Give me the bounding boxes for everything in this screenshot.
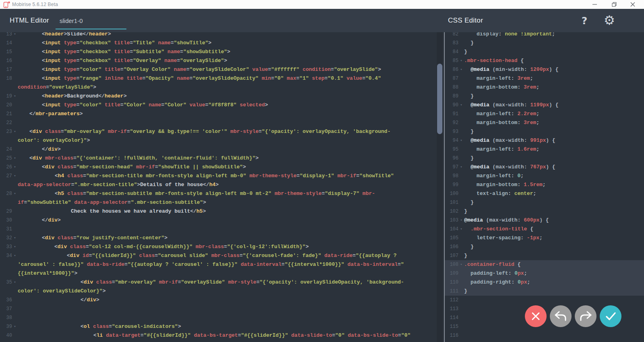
code-line[interactable]: 99margin-bottom: 1.5rem; [445,180,644,189]
code-line[interactable]: 27▾<h4 class="mbr-section-title mbr-font… [0,172,444,180]
undo-button[interactable] [550,305,572,327]
fold-toggle-icon[interactable]: ▾ [12,92,18,101]
fold-toggle-icon[interactable]: ▾ [12,234,18,243]
fold-toggle-icon[interactable]: ▾ [458,260,464,269]
code-line[interactable]: 39▾<ol class="carousel-indicators"> [0,322,444,331]
fold-toggle-icon[interactable]: ▾ [12,189,18,198]
code-line[interactable]: 107} [445,251,644,260]
redo-button[interactable] [575,305,597,327]
code-line[interactable]: 23▾<div class="mbr-overlay" mbr-if="over… [0,127,444,136]
fold-toggle-icon[interactable]: ▾ [12,172,18,180]
code-line[interactable]: 28▾<h5 class="mbr-section-subtitle mbr-f… [0,189,444,198]
html-code-editor[interactable]: 13▾<header>Slide</header>14<input type="… [0,32,444,342]
cancel-button[interactable] [525,305,547,327]
code-line[interactable]: 105letter-spacing: -1px; [445,234,644,243]
code-line[interactable]: 86▾@media (min-width: 1200px) { [445,65,644,74]
scrollbar-thumb[interactable] [437,64,442,134]
code-line[interactable]: 106} [445,243,644,251]
code-line[interactable]: 34▾<div id="{{sliderId}}" class="carouse… [0,251,444,260]
code-line[interactable]: 112 [445,296,644,305]
fold-toggle-icon[interactable]: ▾ [12,251,18,260]
code-line[interactable]: 24</div> [0,145,444,154]
code-line[interactable]: 102} [445,207,644,216]
code-line[interactable]: 111} [445,287,644,296]
settings-gear-icon[interactable]: ⚙ [602,13,617,27]
fold-toggle-icon[interactable]: ▾ [458,136,464,145]
code-line[interactable]: 38 [0,313,444,322]
help-icon[interactable]: ? [578,15,590,27]
code-line[interactable]: 17<input type="color" title="Overlay Col… [0,65,444,74]
code-line[interactable]: 98margin-left: 0; [445,172,644,180]
fold-toggle-icon[interactable]: ▾ [12,32,18,39]
code-line[interactable]: 108▾.container-fluid { [445,260,644,269]
code-line[interactable]: 90▾@media (max-width: 1199px) { [445,101,644,110]
fold-toggle-icon[interactable]: ▾ [458,101,464,110]
code-line[interactable]: 26▾<div class="mbr-section-head" mbr-if=… [0,163,444,172]
fold-toggle-icon[interactable]: ▾ [458,225,464,234]
restore-button[interactable] [605,0,623,9]
code-line[interactable]: {{interval*1000}}"> [0,269,444,278]
css-code-editor[interactable]: 82display: none !important;83}84}85▾.mbr… [445,32,644,342]
confirm-button[interactable] [600,305,621,327]
code-line[interactable]: 36</div> [0,296,444,305]
code-line[interactable]: 101} [445,198,644,207]
close-button[interactable] [624,0,642,9]
code-line[interactable]: 20<input type="color" title="Color" name… [0,101,444,110]
code-line[interactable]: 25▾<div mbr-class="{'container': !fullWi… [0,154,444,163]
code-line[interactable]: 22 [0,118,444,127]
code-line[interactable]: 92margin-bottom: 3rem; [445,118,644,127]
code-line[interactable]: 93} [445,127,644,136]
code-line[interactable]: 16<input type="checkbox" title="Overlay"… [0,56,444,65]
code-line[interactable]: 15<input type="checkbox" title="Subtitle… [0,48,444,56]
fold-toggle-icon[interactable]: ▾ [458,65,464,74]
code-line[interactable]: 103▾@media (max-width: 600px) { [445,216,644,225]
tab-slider1-0[interactable]: slider1-0 [56,9,126,32]
code-line[interactable]: 84} [445,48,644,56]
code-line[interactable]: 35▾<div class="mbr-overlay" mbr-if="over… [0,278,444,287]
code-line[interactable]: 37 [0,305,444,313]
code-line[interactable]: 104▾.mbr-section-title { [445,225,644,234]
code-line[interactable]: 19▾<header>Background</header> [0,92,444,101]
fold-toggle-icon[interactable]: ▾ [458,163,464,172]
code-line[interactable]: 88margin-bottom: 3rem; [445,83,644,92]
code-line[interactable]: 13▾<header>Slide</header> [0,32,444,39]
code-line[interactable]: 110padding-right: 0px; [445,278,644,287]
code-line[interactable]: 94▾@media (max-width: 991px) { [445,136,644,145]
code-line[interactable]: color': overlayColor}"> [0,136,444,145]
code-line[interactable]: 109padding-left: 0px; [445,269,644,278]
code-line[interactable]: 85▾.mbr-section-head { [445,56,644,65]
code-line[interactable]: 'carousel' : false}}" data-bs-ride="{{au… [0,260,444,269]
code-line[interactable]: 29Check the houses we have already built… [0,207,444,216]
html-editor-scrollbar[interactable] [437,32,443,342]
code-line[interactable]: 95margin-left: 1.6rem; [445,145,644,154]
fold-toggle-icon[interactable]: ▾ [458,216,464,225]
code-line[interactable]: 100text-align: center; [445,189,644,198]
minimize-button[interactable] [586,0,604,9]
code-line[interactable]: 96} [445,154,644,163]
code-line[interactable]: 31 [0,225,444,234]
code-line[interactable]: 14<input type="checkbox" title="Title" n… [0,39,444,48]
code-line[interactable]: 116 [445,331,644,340]
code-line[interactable]: 91margin-left: 2.2rem; [445,110,644,118]
code-line[interactable]: 40<li data-target="#{{sliderId}}" data-b… [0,331,444,340]
fold-toggle-icon[interactable]: ▾ [12,127,18,136]
code-line[interactable]: 21</mbr-parameters> [0,110,444,118]
code-line[interactable]: 33▾<div class="col-12 col-md-{{carouselW… [0,243,444,251]
code-line[interactable]: 89} [445,92,644,101]
fold-toggle-icon[interactable]: ▾ [12,278,18,287]
code-line[interactable]: 82display: none !important; [445,32,644,39]
code-line[interactable]: condition="overlaySlide"> [0,83,444,92]
fold-toggle-icon[interactable]: ▾ [12,154,18,163]
fold-toggle-icon[interactable]: ▾ [12,163,18,172]
code-line[interactable]: 32▾<div class="row justify-content-cente… [0,234,444,243]
fold-toggle-icon[interactable]: ▾ [12,322,18,331]
code-line[interactable]: 97▾@media (max-width: 767px) { [445,163,644,172]
code-line[interactable]: 83} [445,39,644,48]
fold-toggle-icon[interactable]: ▾ [12,243,18,251]
fold-toggle-icon[interactable]: ▾ [458,56,464,65]
code-line[interactable]: if="showSubtitle" data-app-selector=".mb… [0,198,444,207]
code-line[interactable]: 18<input type="range" inline title="Opac… [0,74,444,83]
code-line[interactable]: data-app-selector=".mbr-section-title">D… [0,180,444,189]
code-line[interactable]: color': overlaySlideColor}"> [0,287,444,296]
code-line[interactable]: 30</div> [0,216,444,225]
